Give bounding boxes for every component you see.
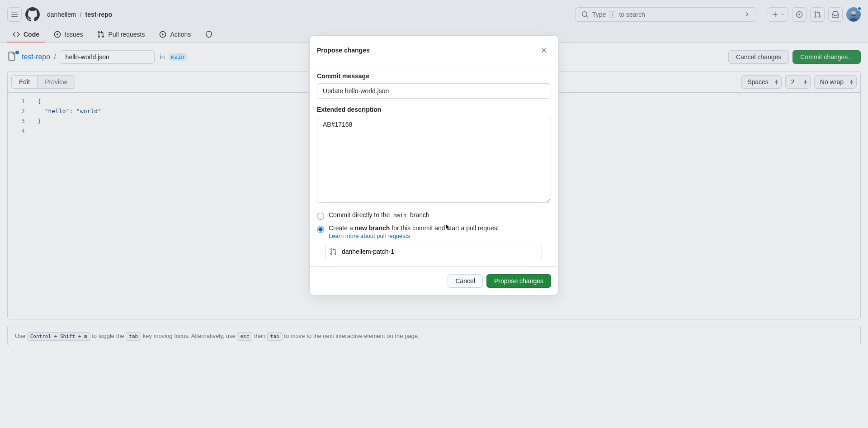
commit-direct-label: Commit directly to the main branch	[329, 211, 429, 219]
create-branch-radio-row[interactable]: Create a new branch for this commit and …	[317, 224, 551, 239]
dialog-title: Propose changes	[317, 47, 370, 54]
git-branch-icon	[330, 248, 337, 255]
mouse-cursor	[446, 224, 451, 231]
commit-direct-radio-row[interactable]: Commit directly to the main branch	[317, 211, 551, 220]
close-icon	[540, 47, 547, 54]
propose-changes-dialog: Propose changes Commit message Extended …	[309, 35, 559, 295]
branch-name-input[interactable]	[325, 244, 542, 259]
create-branch-label: Create a new branch for this commit and …	[329, 224, 499, 239]
create-branch-radio[interactable]	[317, 226, 324, 233]
extended-description-label: Extended description	[317, 106, 551, 113]
cancel-button[interactable]: Cancel	[448, 274, 483, 288]
commit-message-label: Commit message	[317, 72, 551, 80]
propose-changes-button[interactable]: Propose changes	[486, 274, 551, 288]
learn-more-link[interactable]: Learn more about pull requests	[329, 233, 499, 239]
commit-message-input[interactable]	[317, 83, 551, 99]
commit-direct-radio[interactable]	[317, 213, 324, 220]
close-button[interactable]	[537, 43, 551, 57]
extended-description-textarea[interactable]: AB#17168	[317, 117, 551, 203]
